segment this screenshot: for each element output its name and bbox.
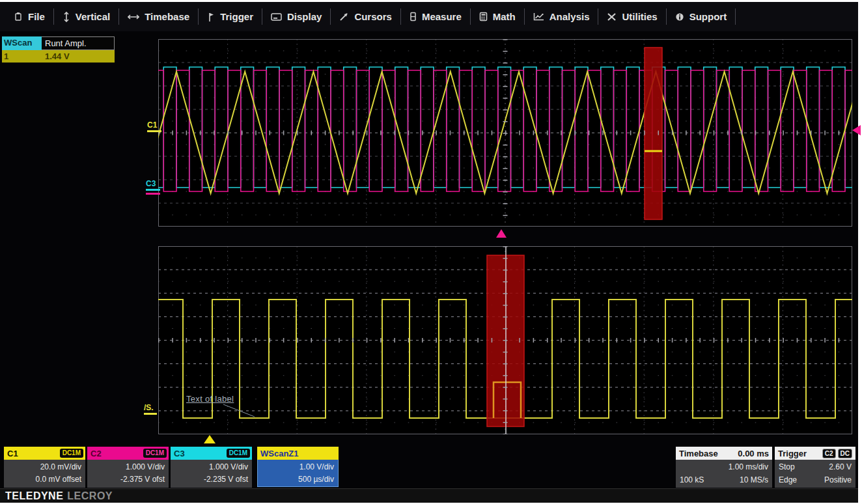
horizontal-arrows-icon — [128, 13, 139, 21]
trace-label-zoom: /S. — [144, 404, 157, 415]
channel-scale: 1.000 V/div — [91, 461, 165, 473]
wavescan-row-index: 1 — [2, 50, 42, 63]
trace-label-c1: C1 — [147, 121, 161, 132]
menu-item-label: Cursors — [354, 11, 392, 22]
menu-item-label: File — [28, 11, 45, 22]
oscilloscope-screen: FileVerticalTimebaseTriggerDisplayCursor… — [0, 0, 862, 504]
math-calculator-icon — [479, 12, 488, 21]
scope-ui: FileVerticalTimebaseTriggerDisplayCursor… — [0, 2, 858, 503]
timebase-sample-rate: 10 MS/s — [740, 474, 768, 486]
coupling-badge: DC1M — [143, 449, 167, 458]
menu-item-support[interactable]: Support — [667, 2, 736, 31]
menu-item-label: Display — [287, 11, 322, 22]
zoom-offset-indicator — [144, 413, 157, 415]
channel-id: C3 — [174, 449, 185, 458]
zoom-waveform-grid[interactable] — [158, 246, 852, 434]
zoom-trigger-position-marker[interactable] — [204, 435, 216, 443]
timebase-box[interactable]: Timebase 0.00 ms 1.00 ms/div 100 kS 10 M… — [676, 447, 772, 488]
channel-offset: -2.375 V ofst — [91, 473, 165, 486]
menu-item-label: Utilities — [622, 11, 657, 22]
wavescan-summary-table[interactable]: WScan Runt Ampl. 1 1.44 V — [2, 36, 115, 63]
menu-item-label: Vertical — [76, 11, 110, 22]
trigger-level-marker[interactable] — [852, 125, 861, 135]
trigger-position-marker[interactable] — [496, 229, 507, 238]
menu-item-display[interactable]: Display — [262, 2, 330, 31]
menu-item-label: Support — [689, 11, 727, 22]
analysis-chart-icon — [533, 12, 544, 21]
waveform-annotation-label[interactable]: Text of label — [186, 394, 234, 404]
wavescan-title-cell: WScan — [2, 36, 42, 50]
support-info-icon — [675, 12, 684, 21]
brand-lecroy: LECROY — [67, 490, 113, 502]
c1-offset-indicator — [147, 130, 161, 132]
menu-bar: FileVerticalTimebaseTriggerDisplayCursor… — [0, 2, 858, 31]
zoom-trace-id: WScanZ1 — [260, 449, 299, 458]
brand-bar: TELEDYNE LECROY — [0, 488, 858, 503]
brand-teledyne: TELEDYNE — [5, 490, 63, 502]
main-waveform-grid[interactable] — [158, 39, 852, 227]
menu-item-measure[interactable]: Measure — [401, 2, 470, 31]
zoom-trace-timebase: 500 µs/div — [262, 473, 334, 486]
menu-item-label: Timebase — [145, 11, 189, 22]
coupling-badge: DC1M — [60, 449, 83, 458]
channel-scale: 1.000 V/div — [174, 461, 248, 473]
channel-id: C2 — [90, 449, 102, 458]
menu-item-label: Analysis — [549, 11, 590, 22]
c2-offset-indicator — [146, 193, 160, 195]
timebase-samples: 100 kS — [680, 474, 704, 486]
trigger-flag-icon — [207, 12, 215, 22]
channel-box-c2[interactable]: C2 DC1M 1.000 V/div -2.375 V ofst — [87, 447, 169, 488]
zoom-trace-scale: 1.00 V/div — [262, 461, 334, 473]
trigger-title: Trigger — [778, 449, 807, 458]
utilities-tools-icon — [607, 12, 617, 21]
menu-item-label: Trigger — [220, 11, 253, 22]
wavescan-runt-amplitude-value: 1.44 V — [42, 50, 115, 63]
menu-item-utilities[interactable]: Utilities — [598, 2, 665, 31]
menu-item-vertical[interactable]: Vertical — [54, 2, 118, 31]
channel-offset: 0.0 mV offset — [8, 473, 81, 486]
menu-item-file[interactable]: File — [5, 2, 53, 31]
menu-item-label: Math — [493, 11, 516, 22]
trigger-mode: Stop — [779, 461, 795, 473]
display-monitor-icon — [271, 12, 282, 21]
measure-caliper-icon — [410, 12, 417, 21]
channel-offset: -2.235 V ofst — [174, 473, 248, 486]
trigger-box[interactable]: Trigger C2 DC Stop 2.60 V Edge Positive — [775, 447, 855, 488]
menu-item-trigger[interactable]: Trigger — [199, 2, 262, 31]
menu-item-cursors[interactable]: Cursors — [331, 2, 400, 31]
trace-label-c3: C3 — [146, 180, 160, 195]
channel-box-c1[interactable]: C1 DC1M 20.0 mV/div 0.0 mV offset — [4, 447, 85, 488]
trigger-type: Edge — [779, 474, 797, 486]
trigger-level: 2.60 V — [829, 461, 852, 473]
c3-offset-indicator — [146, 189, 160, 191]
menu-item-math[interactable]: Math — [471, 2, 524, 31]
file-icon — [14, 12, 23, 21]
trigger-slope: Positive — [824, 474, 852, 486]
timebase-position: 0.00 ms — [738, 449, 769, 458]
menu-separator — [735, 8, 736, 25]
trigger-source-badge: C2 — [822, 449, 836, 458]
menu-item-label: Measure — [422, 11, 462, 22]
zoom-trace-box[interactable]: WScanZ1 1.00 V/div 500 µs/div — [257, 447, 339, 488]
channel-box-c3[interactable]: C3 DC1M 1.000 V/div -2.235 V ofst — [171, 447, 252, 488]
timebase-title: Timebase — [679, 449, 718, 458]
cursor-pointer-icon — [339, 12, 349, 21]
channel-id: C1 — [7, 449, 18, 458]
wavescan-param-cell: Runt Ampl. — [42, 36, 115, 50]
coupling-badge: DC1M — [227, 449, 250, 458]
menu-item-analysis[interactable]: Analysis — [525, 2, 598, 31]
timebase-per-div: 1.00 ms/div — [729, 461, 768, 473]
channel-scale: 20.0 mV/div — [8, 461, 81, 473]
trigger-coupling-badge: DC — [838, 449, 852, 458]
menu-item-timebase[interactable]: Timebase — [119, 2, 198, 31]
vertical-arrows-icon — [63, 12, 70, 22]
